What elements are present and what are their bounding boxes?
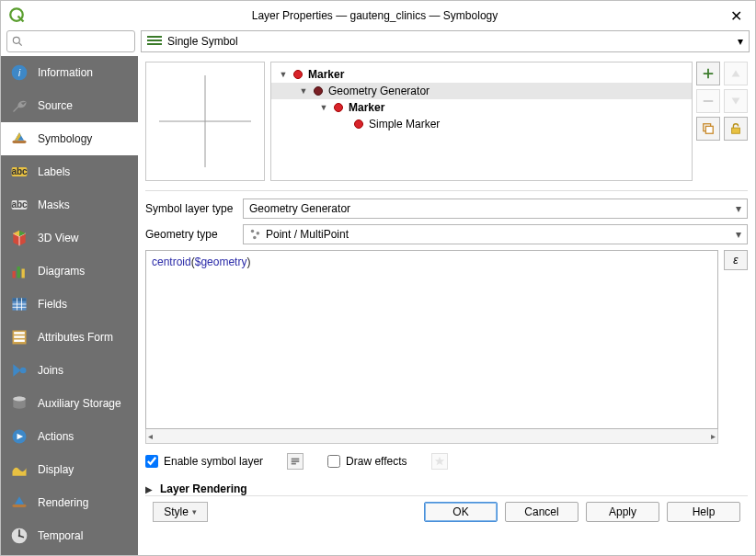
svg-point-1 [13, 37, 19, 43]
tree-row[interactable]: ▼Marker [271, 99, 692, 116]
marker-dot-icon [293, 70, 303, 79]
chevron-down-icon: ▾ [736, 202, 741, 215]
triangle-down-icon [729, 95, 742, 108]
sidebar-item-information[interactable]: iInformation [1, 56, 138, 89]
enable-symbol-layer-checkbox[interactable]: Enable symbol layer [145, 455, 263, 468]
scroll-left-icon: ◂ [148, 431, 153, 441]
svg-text:abc: abc [11, 199, 28, 210]
sidebar-item-label: Information [38, 66, 93, 79]
sidebar-item-display[interactable]: Display [1, 453, 138, 486]
svg-rect-36 [732, 128, 740, 133]
tree-expand-icon: ▼ [279, 70, 288, 79]
duplicate-symbol-layer-button[interactable] [696, 117, 720, 141]
tree-row-label: Simple Marker [369, 118, 440, 130]
data-defined-enable-button[interactable] [287, 453, 304, 470]
sidebar-item-symbology[interactable]: Symbology [1, 122, 138, 155]
symbol-layer-type-label: Symbol layer type [145, 202, 237, 215]
layer-rendering-label: Layer Rendering [160, 482, 247, 495]
sidebar-icon [10, 96, 29, 115]
sidebar-item-actions[interactable]: Actions [1, 420, 138, 453]
svg-rect-24 [14, 340, 25, 343]
main-panel: ▼Marker▼Geometry Generator▼MarkerSimple … [138, 56, 755, 556]
sidebar-item-diagrams[interactable]: Diagrams [1, 255, 138, 288]
cancel-button[interactable]: Cancel [505, 502, 578, 522]
sidebar-icon [10, 262, 29, 280]
geometry-type-combo[interactable]: Point / MultiPoint ▾ [243, 224, 748, 244]
sidebar-item-auxiliary-storage[interactable]: Auxiliary Storage [1, 387, 138, 420]
tree-row-label: Marker [308, 68, 344, 81]
svg-rect-16 [13, 298, 27, 301]
apply-button[interactable]: Apply [586, 502, 659, 522]
sidebar-icon: abc [10, 196, 29, 214]
draw-effects-label: Draw effects [346, 455, 407, 468]
expression-input[interactable]: centroid($geometry) [145, 250, 718, 429]
svg-point-37 [251, 230, 255, 233]
svg-rect-14 [22, 269, 25, 278]
sidebar-item-3d-view[interactable]: 3D View [1, 221, 138, 255]
lock-color-button[interactable] [724, 117, 748, 141]
sidebar-icon [10, 361, 29, 380]
svg-rect-23 [14, 335, 25, 338]
sidebar-item-label: Fields [38, 298, 67, 311]
add-symbol-layer-button[interactable] [696, 62, 720, 85]
symbol-layer-tree[interactable]: ▼Marker▼Geometry Generator▼MarkerSimple … [270, 62, 693, 181]
move-down-button[interactable] [724, 89, 748, 113]
lock-open-icon [729, 122, 742, 135]
sidebar-search-input[interactable] [6, 30, 135, 52]
tree-row[interactable]: ▼Marker [271, 66, 692, 83]
draw-effects-checkbox[interactable]: Draw effects [327, 455, 407, 468]
copy-icon [702, 122, 715, 135]
tree-row[interactable]: ▼Geometry Generator [271, 83, 692, 99]
sidebar-item-labels[interactable]: abcLabels [1, 155, 138, 188]
style-button-label: Style [164, 505, 189, 518]
sidebar-item-label: Symbology [38, 132, 92, 145]
sidebar-icon: i [10, 63, 29, 82]
point-icon [249, 228, 262, 241]
sidebar-icon [10, 295, 29, 313]
chevron-down-icon: ▾ [738, 35, 743, 48]
sidebar-item-label: Temporal [38, 529, 83, 542]
qgis-logo-icon [8, 6, 25, 26]
expression-h-scrollbar[interactable]: ◂ ▸ [145, 429, 718, 444]
sidebar-item-temporal[interactable]: Temporal [1, 519, 138, 552]
expression-builder-button[interactable]: ε [724, 250, 748, 270]
symbol-layer-type-combo[interactable]: Geometry Generator ▾ [243, 199, 748, 219]
marker-dot-icon [334, 103, 343, 112]
move-up-button[interactable] [724, 62, 748, 85]
chevron-right-icon: ▶ [145, 484, 153, 494]
window-title: Layer Properties — gauteng_clinics — Sym… [252, 9, 498, 22]
style-menu-button[interactable]: Style ▾ [153, 502, 208, 522]
help-button[interactable]: Help [667, 502, 740, 522]
svg-text:abc: abc [11, 166, 28, 176]
close-button[interactable]: ✕ [725, 7, 748, 25]
sidebar-icon [10, 527, 29, 545]
triangle-up-icon [729, 67, 742, 80]
single-symbol-icon [147, 34, 162, 50]
svg-rect-42 [292, 463, 296, 465]
symbol-layer-type-value: Geometry Generator [249, 202, 350, 215]
sidebar-item-rendering[interactable]: Rendering [1, 486, 138, 519]
layer-rendering-section[interactable]: ▶ Layer Rendering [145, 482, 748, 495]
remove-symbol-layer-button[interactable] [696, 89, 720, 113]
plus-icon [702, 67, 715, 80]
sidebar-item-fields[interactable]: Fields [1, 288, 138, 321]
sidebar-item-source[interactable]: Source [1, 89, 138, 122]
symbol-preview [145, 62, 265, 181]
svg-rect-13 [17, 267, 20, 278]
renderer-type-combo[interactable]: Single Symbol ▾ [141, 30, 750, 52]
sidebar-item-masks[interactable]: abcMasks [1, 188, 138, 221]
effects-settings-button[interactable] [431, 453, 448, 470]
sidebar-item-attributes-form[interactable]: Attributes Form [1, 321, 138, 354]
tree-row-label: Geometry Generator [328, 85, 430, 97]
ok-button[interactable]: OK [424, 502, 498, 522]
sidebar-item-joins[interactable]: Joins [1, 354, 138, 387]
titlebar: Layer Properties — gauteng_clinics — Sym… [1, 1, 755, 30]
svg-point-31 [18, 535, 21, 538]
sidebar-item-label: Actions [38, 430, 74, 443]
sidebar-icon [10, 229, 29, 247]
tree-row[interactable]: Simple Marker [271, 116, 692, 132]
star-icon [434, 456, 445, 467]
tree-expand-icon: ▼ [299, 86, 308, 96]
minus-icon [702, 95, 715, 108]
sidebar-item-label: Diagrams [38, 265, 85, 278]
